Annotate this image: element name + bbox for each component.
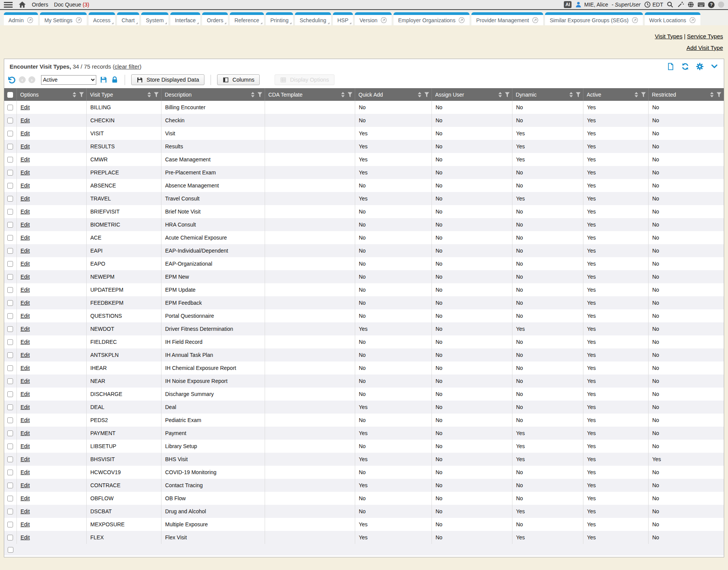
tab-provider-management[interactable]: Provider Management (471, 12, 543, 25)
edit-link[interactable]: Edit (21, 456, 30, 462)
row-checkbox[interactable] (7, 196, 13, 202)
edit-link[interactable]: Edit (21, 195, 30, 202)
column-header-options[interactable]: Options (16, 88, 86, 101)
row-checkbox[interactable] (7, 183, 13, 189)
column-header-description[interactable]: Description (161, 88, 265, 101)
popup-arrow-icon[interactable] (632, 17, 638, 23)
select-all-checkbox[interactable] (7, 92, 13, 98)
user-menu[interactable]: MIE, Alice - SuperUser (575, 1, 641, 8)
edit-link[interactable]: Edit (21, 378, 30, 384)
hamburger-menu-icon[interactable] (4, 2, 13, 8)
sort-icon[interactable] (418, 92, 422, 97)
column-header-restricted[interactable]: Restricted (648, 88, 724, 101)
edit-link[interactable]: Edit (21, 300, 30, 306)
doc-queue-link[interactable]: Doc Queue (3) (54, 2, 89, 8)
row-checkbox[interactable] (7, 444, 13, 449)
popup-arrow-icon[interactable] (458, 17, 465, 23)
row-checkbox[interactable] (7, 222, 13, 228)
globe-icon[interactable] (687, 1, 694, 8)
edit-link[interactable]: Edit (21, 209, 30, 215)
orders-link[interactable]: Orders (32, 2, 48, 8)
edit-link[interactable]: Edit (21, 469, 30, 475)
row-checkbox[interactable] (7, 417, 13, 423)
popup-arrow-icon[interactable] (76, 17, 82, 23)
row-checkbox[interactable] (7, 457, 13, 462)
prev-page-icon[interactable]: ‹ (19, 76, 26, 83)
tab-printing[interactable]: Printing (266, 12, 293, 25)
row-checkbox[interactable] (7, 209, 13, 215)
tab-chart[interactable]: Chart (117, 12, 139, 25)
edit-link[interactable]: Edit (21, 222, 30, 228)
tab-admin[interactable]: Admin (4, 12, 38, 25)
row-checkbox[interactable] (7, 118, 13, 123)
tab-similar-exposure-groups-segs[interactable]: Similar Exposure Groups (SEGs) (545, 12, 642, 25)
edit-link[interactable]: Edit (21, 391, 30, 397)
tab-employer-organizations[interactable]: Employer Organizations (394, 12, 469, 25)
popup-arrow-icon[interactable] (27, 17, 33, 23)
sort-icon[interactable] (569, 92, 573, 97)
edit-link[interactable]: Edit (21, 143, 30, 149)
edit-link[interactable]: Edit (21, 365, 30, 371)
row-checkbox[interactable] (7, 300, 13, 306)
row-checkbox[interactable] (7, 483, 13, 488)
next-page-icon[interactable]: › (28, 76, 35, 83)
row-checkbox[interactable] (7, 287, 13, 293)
row-checkbox[interactable] (7, 261, 13, 267)
sort-icon[interactable] (251, 92, 255, 97)
edit-link[interactable]: Edit (21, 443, 30, 449)
edit-link[interactable]: Edit (21, 313, 30, 319)
undo-icon[interactable] (7, 76, 16, 84)
edit-link[interactable]: Edit (21, 182, 30, 189)
row-checkbox[interactable] (7, 404, 13, 410)
refresh-icon[interactable] (681, 62, 689, 71)
status-filter-select[interactable]: Active (41, 75, 96, 85)
clear-filter-link[interactable]: clear filter (115, 63, 140, 70)
save-filter-icon[interactable] (100, 76, 107, 84)
edit-link[interactable]: Edit (21, 534, 30, 540)
row-checkbox[interactable] (7, 313, 13, 319)
edit-link[interactable]: Edit (21, 417, 30, 423)
edit-link[interactable]: Edit (21, 495, 30, 501)
sort-icon[interactable] (710, 92, 714, 97)
lock-icon[interactable] (111, 76, 119, 84)
row-checkbox[interactable] (7, 157, 13, 163)
row-checkbox[interactable] (7, 470, 13, 475)
edit-link[interactable]: Edit (21, 104, 30, 110)
edit-link[interactable]: Edit (21, 482, 30, 488)
row-checkbox[interactable] (7, 430, 13, 436)
row-checkbox[interactable] (7, 144, 13, 149)
filter-icon[interactable] (257, 92, 262, 97)
row-checkbox[interactable] (7, 248, 13, 254)
tab-system[interactable]: System (141, 12, 168, 25)
filter-icon[interactable] (641, 92, 646, 97)
column-header-quick-add[interactable]: Quick Add (355, 88, 432, 101)
row-checkbox[interactable] (7, 535, 13, 540)
column-header-visit-type[interactable]: Visit Type (86, 88, 161, 101)
filter-icon[interactable] (79, 92, 84, 97)
tab-work-locations[interactable]: Work Locations (645, 12, 700, 25)
store-displayed-data-button[interactable]: Store Displayed Data (131, 74, 204, 85)
tab-hsp[interactable]: HSP (333, 12, 353, 25)
ai-badge[interactable]: AI (564, 1, 572, 8)
edit-link[interactable]: Edit (21, 430, 30, 436)
visit-types-link[interactable]: Visit Types (655, 33, 682, 39)
filter-icon[interactable] (424, 92, 429, 97)
footer-checkbox[interactable] (8, 547, 13, 553)
edit-link[interactable]: Edit (21, 339, 30, 345)
sort-icon[interactable] (72, 92, 76, 97)
tab-access[interactable]: Access (89, 12, 115, 25)
column-header-cda-template[interactable]: CDA Template (265, 88, 355, 101)
row-checkbox[interactable] (7, 352, 13, 358)
edit-link[interactable]: Edit (21, 274, 30, 280)
timezone-control[interactable]: EDT (644, 1, 663, 8)
edit-link[interactable]: Edit (21, 169, 30, 176)
row-checkbox[interactable] (7, 235, 13, 241)
row-checkbox[interactable] (7, 391, 13, 397)
collapse-chevron-icon[interactable] (710, 62, 718, 71)
row-checkbox[interactable] (7, 170, 13, 176)
edit-link[interactable]: Edit (21, 248, 30, 254)
new-document-icon[interactable] (667, 62, 675, 71)
popup-arrow-icon[interactable] (380, 17, 387, 23)
edit-link[interactable]: Edit (21, 352, 30, 358)
sort-icon[interactable] (498, 92, 502, 97)
